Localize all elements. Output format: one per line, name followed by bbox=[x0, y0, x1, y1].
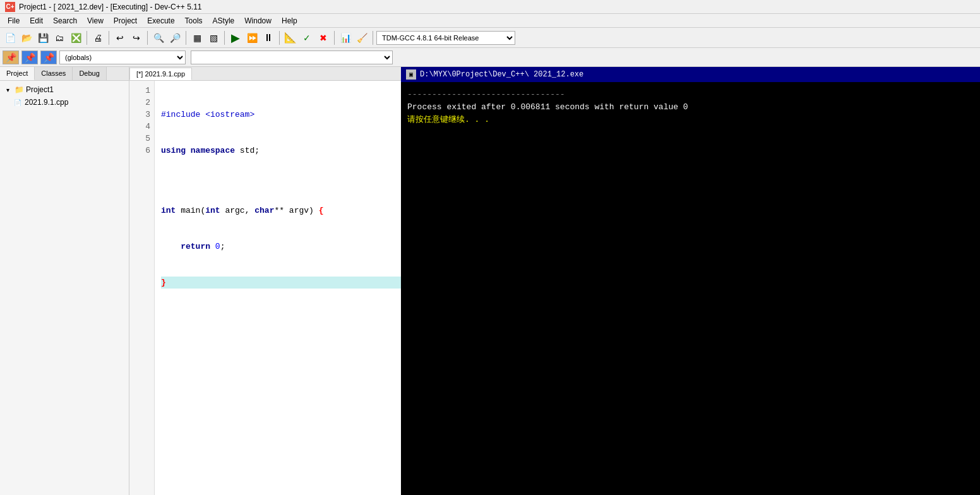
replace-button[interactable]: 🔎 bbox=[167, 30, 182, 45]
stop-button[interactable]: ⏸ bbox=[261, 30, 276, 45]
debug-button[interactable]: ✓ bbox=[299, 30, 314, 45]
menu-astyle[interactable]: AStyle bbox=[208, 15, 240, 27]
save-button[interactable]: 💾 bbox=[35, 30, 51, 45]
tree-file-item[interactable]: 📄 2021.9.1.cpp bbox=[3, 96, 126, 109]
open-button[interactable]: 📂 bbox=[19, 30, 34, 45]
abort-button[interactable]: ✖ bbox=[316, 30, 331, 45]
title-bar: C+ Project1 - [ 2021_12.dev] - [Executin… bbox=[0, 0, 980, 14]
toolbar-separator-5 bbox=[224, 31, 225, 45]
toolbar1: 📄 📂 💾 🗂 ❎ 🖨 ↩ ↪ 🔍 🔎 ▦ ▧ ▶ ⏩ ⏸ 📐 ✓ ✖ 📊 🧹 … bbox=[0, 28, 980, 48]
editor-area: [*] 2021.9.1.cpp 1 2 3 4 5 6 #include <i… bbox=[129, 67, 980, 495]
compiler-select[interactable]: TDM-GCC 4.8.1 64-bit Release bbox=[376, 31, 515, 45]
menu-file[interactable]: File bbox=[3, 15, 25, 27]
toolbar-separator-2 bbox=[109, 31, 109, 45]
find-button[interactable]: 🔍 bbox=[151, 30, 166, 45]
redo-button[interactable]: ↪ bbox=[129, 30, 144, 45]
project-tree: ▾ 📁 Project1 📄 2021.9.1.cpp bbox=[0, 81, 129, 495]
globals-select[interactable]: (globals) bbox=[59, 51, 186, 64]
tab-project[interactable]: Project bbox=[0, 67, 35, 80]
toolbar-separator-6 bbox=[279, 31, 280, 45]
line-numbers: 1 2 3 4 5 6 bbox=[129, 81, 155, 495]
print-button[interactable]: 🖨 bbox=[90, 30, 105, 45]
console-title-text: D:\MYX\0Project\Dev_C++\ 2021_12.exe bbox=[420, 70, 583, 79]
console-separator: -------------------------------- bbox=[407, 88, 974, 101]
editor-tab-active[interactable]: [*] 2021.9.1.cpp bbox=[129, 68, 192, 80]
tab-classes[interactable]: Classes bbox=[35, 67, 73, 80]
console-window: ▣ D:\MYX\0Project\Dev_C++\ 2021_12.exe -… bbox=[401, 67, 980, 495]
close-button[interactable]: ❎ bbox=[68, 30, 83, 45]
file-icon: 📄 bbox=[13, 97, 23, 107]
menu-tools[interactable]: Tools bbox=[180, 15, 208, 27]
tb2-btn2[interactable]: 📌 bbox=[21, 51, 38, 64]
console-title-bar: ▣ D:\MYX\0Project\Dev_C++\ 2021_12.exe bbox=[401, 67, 980, 82]
console-icon: ▣ bbox=[406, 69, 416, 80]
save-all-button[interactable]: 🗂 bbox=[52, 30, 67, 45]
console-content: -------------------------------- Process… bbox=[401, 82, 980, 495]
line-num-6: 6 bbox=[136, 145, 150, 157]
panel-tabs: Project Classes Debug bbox=[0, 67, 129, 81]
console-line1: Process exited after 0.006811 seconds wi… bbox=[407, 101, 974, 114]
profile-button[interactable]: 📊 bbox=[338, 30, 353, 45]
console-line2: 请按任意键继续. . . bbox=[407, 114, 974, 126]
new-button[interactable]: 📄 bbox=[3, 30, 18, 45]
line-num-1: 1 bbox=[136, 85, 150, 97]
line-num-2: 2 bbox=[136, 97, 150, 109]
undo-button[interactable]: ↩ bbox=[112, 30, 128, 45]
project-name: Project1 bbox=[26, 85, 54, 94]
menu-edit[interactable]: Edit bbox=[25, 15, 48, 27]
menu-help[interactable]: Help bbox=[277, 15, 302, 27]
indent-button[interactable]: ▦ bbox=[189, 30, 205, 45]
toolbar-separator-8 bbox=[373, 31, 373, 45]
line-num-3: 3 bbox=[136, 109, 150, 121]
unindent-button[interactable]: ▧ bbox=[206, 30, 221, 45]
scope-select[interactable] bbox=[191, 51, 393, 64]
menu-view[interactable]: View bbox=[82, 15, 109, 27]
app-icon: C+ bbox=[5, 2, 15, 12]
menu-execute[interactable]: Execute bbox=[142, 15, 179, 27]
line-num-4: 4 bbox=[136, 121, 150, 133]
toolbar-separator-3 bbox=[147, 31, 148, 45]
clean-button[interactable]: 🧹 bbox=[354, 30, 369, 45]
menu-search[interactable]: Search bbox=[48, 15, 82, 27]
toolbar-separator-7 bbox=[334, 31, 335, 45]
line-num-5: 5 bbox=[136, 133, 150, 145]
run-button[interactable]: ▶ bbox=[228, 30, 243, 45]
toolbar-separator-1 bbox=[87, 31, 87, 45]
collapse-icon: ▾ bbox=[3, 85, 13, 95]
compile-run-button[interactable]: ⏩ bbox=[244, 30, 260, 45]
file-name: 2021.9.1.cpp bbox=[25, 98, 68, 107]
left-panel: Project Classes Debug ▾ 📁 Project1 📄 202… bbox=[0, 67, 129, 495]
tree-project-root[interactable]: ▾ 📁 Project1 bbox=[3, 83, 126, 96]
menu-window[interactable]: Window bbox=[239, 15, 277, 27]
tb2-btn1[interactable]: 📌 bbox=[3, 51, 19, 64]
toolbar-separator-4 bbox=[186, 31, 186, 45]
menu-bar: File Edit Search View Project Execute To… bbox=[0, 14, 980, 28]
title-text: Project1 - [ 2021_12.dev] - [Executing] … bbox=[19, 3, 202, 11]
compile-button[interactable]: 📐 bbox=[283, 30, 298, 45]
menu-project[interactable]: Project bbox=[109, 15, 142, 27]
tab-debug[interactable]: Debug bbox=[73, 67, 106, 80]
main-content: Project Classes Debug ▾ 📁 Project1 📄 202… bbox=[0, 67, 980, 495]
project-icon: 📁 bbox=[15, 85, 24, 94]
tb2-btn3[interactable]: 📌 bbox=[40, 51, 57, 64]
toolbar2: 📌 📌 📌 (globals) bbox=[0, 48, 980, 67]
